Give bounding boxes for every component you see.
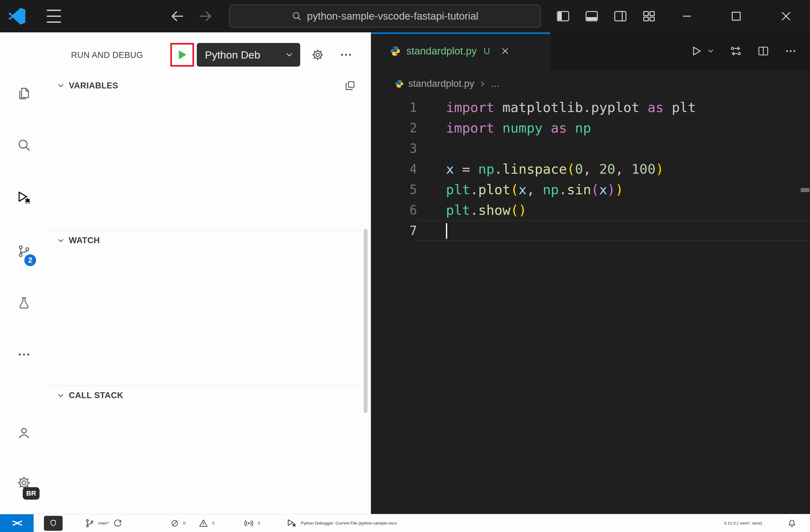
line-number[interactable]: 4 [371, 159, 417, 179]
python-version-item[interactable]: 3.12.0 ('.venv': venv) [724, 514, 762, 532]
line-number[interactable]: 3 [371, 138, 417, 159]
run-and-debug-icon[interactable] [0, 182, 48, 213]
python-file-icon [394, 79, 404, 88]
code-line[interactable]: 5plt.plot(x, np.sin(x)) [371, 179, 810, 200]
code-token: , [526, 182, 543, 197]
source-control-badge: 2 [24, 254, 36, 266]
menu-icon[interactable] [47, 10, 62, 23]
code-token: as [551, 120, 567, 136]
python-debugger-item[interactable]: Python Debugger: Current File (python-sa… [286, 514, 397, 532]
workspace-trust-badge[interactable] [44, 516, 63, 531]
chevron-down-icon [56, 81, 65, 90]
git-branch-item[interactable]: main* [85, 514, 123, 532]
toggle-sidebar-icon[interactable] [555, 9, 570, 24]
code-line[interactable]: 1import matplotlib.pyplot as plt [371, 97, 810, 118]
search-command-center[interactable]: python-sample-vscode-fastapi-tutorial [229, 5, 540, 28]
line-number[interactable]: 5 [371, 179, 417, 200]
debug-settings-gear-icon[interactable] [310, 47, 325, 62]
call-stack-label: CALL STACK [69, 391, 123, 400]
notifications-bell-icon[interactable] [785, 514, 799, 532]
split-editor-icon[interactable] [757, 45, 770, 57]
code-line-text[interactable]: x = np.linspace(0, 20, 100) [417, 159, 810, 179]
tab-close-icon[interactable] [499, 45, 511, 57]
code-line-text[interactable] [417, 220, 810, 241]
code-token: 20 [599, 161, 615, 177]
search-icon [291, 11, 302, 21]
code-token: np [575, 120, 591, 136]
toggle-secondary-sidebar-icon[interactable] [613, 9, 628, 24]
forward-arrow-icon[interactable] [197, 8, 214, 24]
customize-layout-icon[interactable] [642, 9, 657, 24]
code-token: , [583, 161, 599, 177]
sidebar-title: RUN AND DEBUG [71, 50, 143, 60]
code-line[interactable]: 6plt.show() [371, 200, 810, 220]
sidebar-scrollbar[interactable] [364, 229, 368, 413]
search-value: python-sample-vscode-fastapi-tutorial [307, 10, 478, 22]
code-token: . [470, 182, 478, 197]
code-line-text[interactable]: import numpy as np [417, 118, 810, 138]
ports-item[interactable]: 0 [244, 514, 260, 532]
explorer-icon[interactable] [0, 78, 48, 109]
code-token: x [519, 182, 526, 197]
views-more-icon[interactable] [338, 47, 354, 62]
code-token: ) [607, 182, 615, 197]
code-token: ) [615, 182, 623, 197]
vscode-logo [8, 7, 26, 25]
breadcrumb-more[interactable]: ... [491, 78, 499, 89]
editor-more-actions-icon[interactable] [784, 45, 797, 57]
debug-config-dropdown[interactable]: Python Deb [197, 43, 300, 67]
remote-indicator[interactable]: >< [0, 514, 34, 532]
accounts-icon[interactable] [0, 417, 48, 448]
minimize-icon[interactable] [679, 8, 695, 24]
search-sidebar-icon[interactable] [0, 130, 48, 161]
start-debug-button[interactable] [176, 48, 189, 61]
maximize-icon[interactable] [728, 8, 744, 24]
views-and-more-icon[interactable] [344, 80, 356, 92]
code-token: ) [655, 161, 664, 177]
back-arrow-icon[interactable] [169, 8, 185, 24]
problems-item[interactable]: 0 0 [170, 514, 214, 532]
code-line[interactable]: 4x = np.linspace(0, 20, 100) [371, 159, 810, 179]
code-token: plt [664, 100, 696, 115]
run-dropdown-chevron-icon[interactable] [707, 47, 715, 55]
toggle-panel-icon[interactable] [584, 9, 599, 24]
call-stack-section-header[interactable]: CALL STACK [48, 386, 371, 405]
code-line-text[interactable]: plt.show() [417, 200, 810, 220]
line-number[interactable]: 7 [371, 220, 417, 241]
line-number[interactable]: 2 [371, 118, 417, 138]
overview-ruler-mark [801, 188, 809, 192]
code-line[interactable]: 7 [371, 220, 810, 241]
error-icon [170, 519, 179, 528]
breadcrumb-filename[interactable]: standardplot.py [408, 78, 474, 89]
close-icon[interactable] [778, 8, 794, 24]
line-number[interactable]: 6 [371, 200, 417, 220]
code-line-text[interactable]: plt.plot(x, np.sin(x)) [417, 179, 810, 200]
shield-icon [49, 519, 58, 528]
source-control-icon[interactable]: 2 [0, 236, 48, 267]
annotation-highlight [171, 43, 194, 67]
more-views-icon[interactable] [0, 339, 48, 370]
code-token: ( [591, 182, 599, 197]
code-token: np [478, 161, 495, 177]
variables-section-header[interactable]: VARIABLES [48, 76, 371, 95]
tab-filename: standardplot.py [406, 45, 477, 57]
debugger-label: Python Debugger: Current File (python-sa… [301, 521, 397, 526]
tab-standardplot[interactable]: standardplot.py U [371, 32, 550, 70]
watch-section-header[interactable]: WATCH [48, 231, 371, 250]
tab-bar: standardplot.py U [371, 32, 810, 70]
code-line[interactable]: 2import numpy as np [371, 118, 810, 138]
code-token: import [446, 120, 494, 136]
code-line[interactable]: 3 [371, 138, 810, 159]
line-number[interactable]: 1 [371, 97, 417, 118]
code-token: plot [478, 182, 511, 197]
text-cursor [446, 223, 447, 239]
run-python-file-icon[interactable] [691, 45, 703, 57]
python-version: 3.12.0 ('.venv': venv) [724, 521, 762, 526]
code-token [567, 120, 575, 136]
open-changes-icon[interactable] [730, 45, 742, 57]
testing-icon[interactable] [0, 287, 48, 318]
code-line-text[interactable]: import matplotlib.pyplot as plt [417, 97, 810, 118]
settings-gear-icon[interactable]: BR [0, 467, 48, 498]
code-line-text[interactable] [417, 138, 810, 159]
activity-bar: 2 BR [0, 32, 48, 514]
